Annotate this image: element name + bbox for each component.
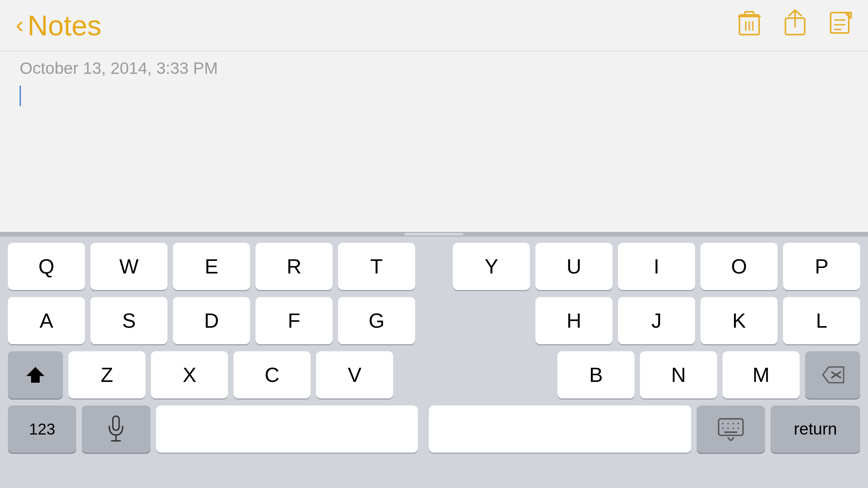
space-left-button[interactable] [156,405,418,453]
hide-keyboard-button[interactable] [697,405,765,453]
key-g[interactable]: G [338,297,415,344]
key-d[interactable]: D [173,297,250,344]
key-y[interactable]: Y [453,243,530,290]
key-b[interactable]: B [557,351,634,398]
svg-marker-14 [823,367,844,383]
keyboard-row-1: Q W E R T Y U I O P [8,243,860,290]
keyboard-separator[interactable] [0,232,868,237]
key-k[interactable]: K [701,297,778,344]
key-f[interactable]: F [256,297,333,344]
svg-rect-1 [745,12,754,16]
header-actions [738,9,852,42]
back-chevron-icon: ‹ [16,13,24,37]
numbers-button[interactable]: 123 [8,405,76,453]
keyboard-row-3: Z X C V B N M [8,351,860,398]
return-button[interactable]: return [771,405,860,453]
space-right-button[interactable] [429,405,691,453]
key-x[interactable]: X [151,351,228,398]
key-o[interactable]: O [701,243,778,290]
trash-button[interactable] [738,9,761,42]
key-w[interactable]: W [90,243,167,290]
text-cursor [20,86,21,106]
notes-title: Notes [28,9,101,42]
drag-handle [405,233,463,235]
key-l[interactable]: L [783,297,860,344]
microphone-button[interactable] [82,405,150,453]
key-h[interactable]: H [535,297,612,344]
backspace-button[interactable] [805,351,860,398]
svg-rect-17 [113,416,119,430]
key-a[interactable]: A [8,297,85,344]
key-r[interactable]: R [256,243,333,290]
shift-button[interactable] [8,351,63,398]
header: ‹ Notes [0,0,868,51]
key-s[interactable]: S [90,297,167,344]
key-e[interactable]: E [173,243,250,290]
key-v[interactable]: V [316,351,393,398]
back-button[interactable]: ‹ Notes [16,9,101,42]
key-m[interactable]: M [723,351,800,398]
key-t[interactable]: T [338,243,415,290]
keyboard: Q W E R T Y U I O P A S D F G H J K L Z … [0,237,868,488]
key-j[interactable]: J [618,297,695,344]
key-p[interactable]: P [783,243,860,290]
share-button[interactable] [784,9,806,42]
key-z[interactable]: Z [68,351,145,398]
compose-button[interactable] [829,11,852,40]
key-n[interactable]: N [640,351,717,398]
note-date: October 13, 2014, 3:33 PM [20,59,218,78]
key-i[interactable]: I [618,243,695,290]
notes-area: ‹ Notes [0,0,868,234]
keyboard-row-4: 123 [8,405,860,453]
svg-marker-13 [26,367,44,383]
key-u[interactable]: U [535,243,612,290]
keyboard-row-2: A S D F G H J K L [8,297,860,344]
key-c[interactable]: C [234,351,311,398]
key-q[interactable]: Q [8,243,85,290]
